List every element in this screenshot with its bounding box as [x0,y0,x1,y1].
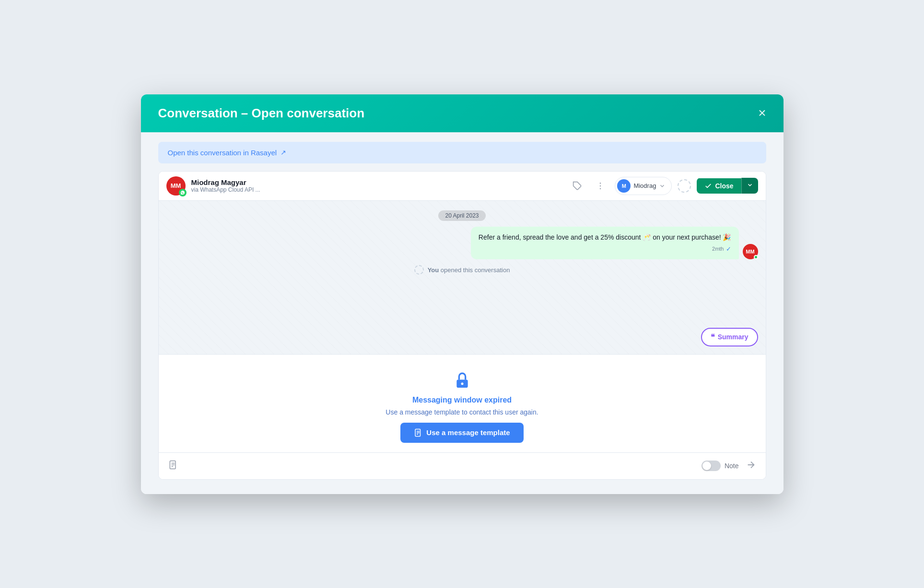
note-toggle-switch[interactable] [702,461,721,471]
whatsapp-badge [179,189,187,196]
note-toggle: Note [702,461,739,471]
close-dropdown-button[interactable] [741,178,758,194]
message-bubble: Refer a friend, spread the love and get … [471,227,739,260]
close-main-button[interactable]: Close [697,178,741,194]
contact-name: Miodrag Magyar [191,178,374,186]
system-event: You opened this conversation [166,265,758,275]
assignee-chip[interactable]: M Miodrag [615,177,672,195]
assignee-name: Miodrag [633,182,656,189]
message-time: 2mth [712,245,724,253]
date-label: 20 April 2023 [438,210,485,221]
send-button[interactable] [744,458,758,474]
close-button-group: Close [697,178,758,194]
close-check-icon [704,182,712,190]
assignee-dropdown-icon [659,183,666,189]
attachment-button[interactable] [166,458,180,474]
online-indicator [754,255,758,259]
modal: Conversation – Open conversation × Open … [141,94,784,494]
conversation-toolbar: MM Miodrag Magyar via WhatsApp Cloud API… [159,172,766,201]
modal-body: Open this conversation in Rasayel ↗ MM M… [141,132,784,494]
modal-header: Conversation – Open conversation × [141,94,784,132]
message-check-icon: ✓ [726,244,731,254]
sender-avatar: MM [743,244,758,259]
more-options-button[interactable] [592,177,609,195]
message-meta: 2mth ✓ [479,244,731,254]
modal-close-button[interactable]: × [758,106,766,120]
composer-left-tools [166,458,180,474]
rasayel-banner: Open this conversation in Rasayel ↗ [158,142,766,163]
svg-point-5 [461,382,463,385]
composer-area: Messaging window expired Use a message t… [159,354,766,479]
note-label: Note [725,462,739,470]
contact-avatar: MM [166,176,186,196]
message-row: Refer a friend, spread the love and get … [166,227,758,260]
use-template-label: Use a message template [426,428,510,437]
conversation-container: MM Miodrag Magyar via WhatsApp Cloud API… [158,171,766,480]
expired-title: Messaging window expired [412,396,512,404]
composer-toolbar: Note [159,452,766,479]
assignee-avatar: M [617,179,631,193]
system-icon [414,265,424,275]
summary-icon: ❝ [711,333,715,342]
date-divider: 20 April 2023 [166,210,758,221]
system-text: You opened this conversation [428,266,510,274]
tag-button[interactable] [569,177,586,195]
lock-icon [451,369,474,392]
message-text: Refer a friend, spread the love and get … [479,233,731,241]
expired-subtitle: Use a message template to contact this u… [386,408,538,416]
close-chevron-icon [747,182,753,188]
toggle-knob [702,461,711,470]
chat-area: 20 April 2023 Refer a friend, spread the… [159,201,766,354]
svg-point-2 [600,185,601,186]
summary-label: Summary [718,333,749,341]
svg-point-3 [600,188,601,189]
summary-button[interactable]: ❝ Summary [701,328,758,346]
modal-title: Conversation – Open conversation [158,106,365,121]
composer-right-tools: Note [702,458,758,474]
contact-info: Miodrag Magyar via WhatsApp Cloud API ..… [191,178,374,193]
template-doc-icon [414,428,422,437]
status-circle-button[interactable] [678,179,691,193]
contact-channel: via WhatsApp Cloud API ... [191,186,374,193]
rasayel-link[interactable]: Open this conversation in Rasayel [168,149,277,157]
use-template-button[interactable]: Use a message template [400,423,523,443]
messaging-expired-panel: Messaging window expired Use a message t… [159,355,766,452]
svg-point-1 [600,182,601,184]
external-link-icon: ↗ [281,149,286,156]
